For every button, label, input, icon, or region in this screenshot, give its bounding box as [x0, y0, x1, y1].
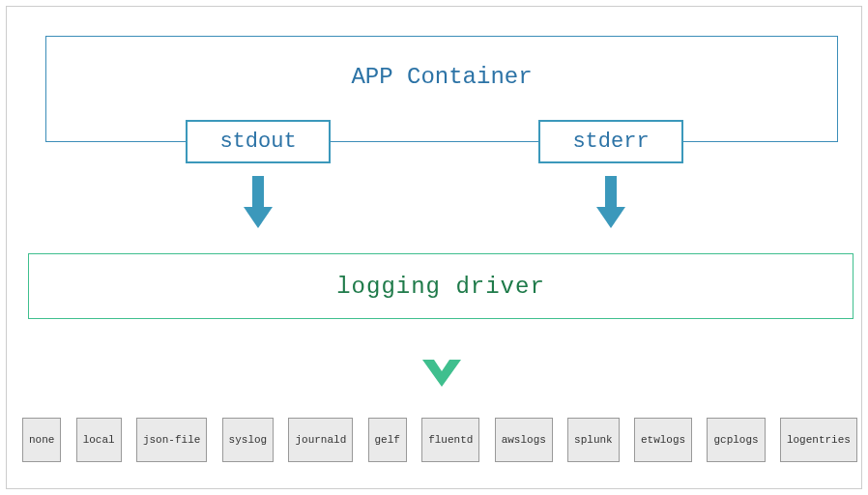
app-container-title: APP Container — [351, 64, 532, 90]
driver-box-local: local — [76, 418, 122, 462]
driver-box-fluentd: fluentd — [421, 418, 479, 462]
driver-box-awslogs: awslogs — [495, 418, 553, 462]
driver-box-journald: journald — [288, 418, 353, 462]
stderr-label: stderr — [572, 130, 649, 154]
driver-label: journald — [295, 434, 346, 446]
driver-box-splunk: splunk — [567, 418, 620, 462]
driver-box-logentries: logentries — [780, 418, 857, 462]
driver-list: none local json-file syslog journald gel… — [22, 418, 857, 462]
driver-label: gelf — [375, 434, 400, 446]
driver-box-gcplogs: gcplogs — [707, 418, 765, 462]
driver-label: none — [29, 434, 54, 446]
arrow-down-icon — [244, 176, 273, 232]
driver-label: json-file — [143, 434, 200, 446]
stderr-box: stderr — [538, 120, 683, 163]
driver-label: logentries — [787, 434, 851, 446]
driver-label: gcplogs — [713, 434, 758, 446]
chevron-down-icon — [422, 360, 461, 387]
logging-driver-box: logging driver — [28, 253, 854, 319]
driver-box-gelf: gelf — [368, 418, 407, 462]
logging-driver-label: logging driver — [336, 274, 545, 300]
arrow-down-icon — [596, 176, 625, 232]
stdout-box: stdout — [186, 120, 331, 163]
driver-label: awslogs — [502, 434, 546, 446]
app-container-box: APP Container — [45, 36, 838, 142]
driver-box-etwlogs: etwlogs — [634, 418, 692, 462]
driver-label: local — [83, 434, 115, 446]
driver-box-none: none — [22, 418, 61, 462]
svg-marker-0 — [422, 360, 461, 387]
driver-label: splunk — [574, 434, 613, 446]
driver-label: etwlogs — [641, 434, 685, 446]
driver-box-syslog: syslog — [222, 418, 275, 462]
diagram-frame: APP Container stdout stderr logging driv… — [6, 6, 862, 489]
driver-box-json-file: json-file — [136, 418, 207, 462]
driver-label: syslog — [229, 434, 268, 446]
stdout-label: stdout — [219, 130, 296, 154]
driver-label: fluentd — [428, 434, 473, 446]
